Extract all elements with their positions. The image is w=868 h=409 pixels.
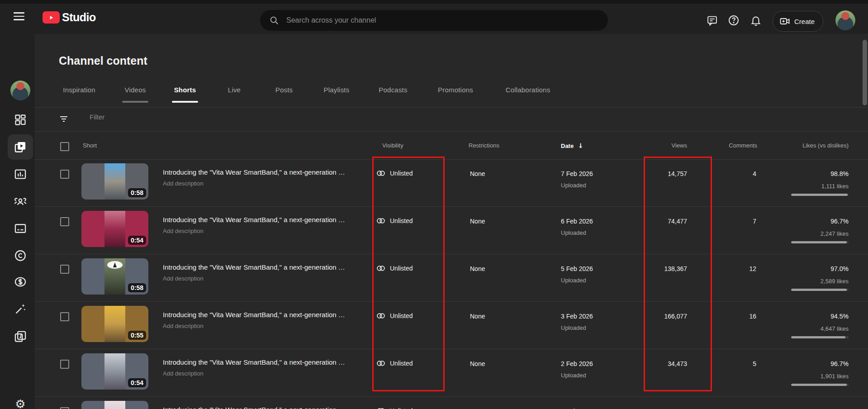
sidebar-item-copyright[interactable] <box>8 243 33 268</box>
date-value: 2 Feb 2026 <box>561 360 593 367</box>
duration-badge: 0:54 <box>128 236 146 245</box>
tab-playlists[interactable]: Playlists <box>324 86 350 94</box>
row-checkbox[interactable] <box>60 217 69 226</box>
video-title[interactable]: Introducing the "Vita Wear SmartBand," a… <box>163 216 380 224</box>
add-description-link[interactable]: Add description <box>163 323 204 329</box>
menu-icon[interactable] <box>10 10 28 24</box>
create-label: Create <box>794 18 815 25</box>
video-title[interactable]: Introducing the "Vita Wear SmartBand," a… <box>163 168 380 176</box>
sidebar-item-customization[interactable] <box>8 296 33 322</box>
date-value: 6 Feb 2026 <box>561 218 593 225</box>
tab-inspiration[interactable]: Inspiration <box>63 86 95 94</box>
restrictions-value: None <box>470 313 485 320</box>
create-video-icon <box>779 16 790 27</box>
divider <box>34 131 868 132</box>
sidebar-item-subtitles[interactable] <box>8 216 33 241</box>
visibility-cell[interactable]: Unlisted <box>376 406 413 409</box>
visibility-cell[interactable]: Unlisted <box>376 216 413 226</box>
notifications-icon[interactable] <box>747 11 765 29</box>
add-description-link[interactable]: Add description <box>163 180 204 187</box>
column-header-likes[interactable]: Likes (vs dislikes) <box>802 142 849 149</box>
unlisted-link-icon <box>376 311 386 321</box>
tab-shorts[interactable]: Shorts <box>174 86 196 94</box>
restrictions-value: None <box>470 265 485 272</box>
like-ratio-bar <box>791 241 849 243</box>
scrollbar-thumb[interactable] <box>863 40 867 105</box>
date-value: 7 Feb 2026 <box>561 170 593 177</box>
row-checkbox[interactable] <box>60 407 69 409</box>
like-ratio-fill <box>791 336 845 338</box>
shorts-table-row[interactable]: 0:54 Introducing the "Vita Wear SmartBan… <box>34 349 868 397</box>
likes-count: 1,901 likes <box>821 373 849 380</box>
unlisted-link-icon <box>376 168 386 178</box>
shorts-table-row[interactable]: 0:54 Introducing the "Vita Wear SmartBan… <box>34 207 868 254</box>
comments-value: 16 <box>749 313 756 320</box>
date-status: Uploaded <box>561 277 586 284</box>
video-thumbnail[interactable]: 0:58 <box>81 258 148 295</box>
video-title[interactable]: Introducing the "Vita Wear SmartBand," a… <box>163 358 380 366</box>
channel-avatar[interactable] <box>10 81 30 100</box>
column-header-views[interactable]: Views <box>672 142 687 149</box>
row-checkbox[interactable] <box>60 265 69 274</box>
video-thumbnail[interactable]: 0:54 <box>81 211 148 247</box>
sidebar: ⚙ <box>0 34 34 409</box>
help-icon[interactable] <box>725 11 743 29</box>
sidebar-item-dashboard[interactable] <box>8 107 33 133</box>
settings-icon[interactable]: ⚙ <box>8 391 33 409</box>
column-header-restrictions[interactable]: Restrictions <box>469 142 499 149</box>
tab-podcasts[interactable]: Podcasts <box>379 86 407 94</box>
video-title[interactable]: Introducing the "Vita Wear SmartBand," a… <box>163 406 380 409</box>
account-avatar[interactable] <box>835 10 855 30</box>
visibility-cell[interactable]: Unlisted <box>376 311 413 321</box>
visibility-cell[interactable]: Unlisted <box>376 358 413 368</box>
tab-posts[interactable]: Posts <box>275 86 293 94</box>
row-checkbox[interactable] <box>60 360 69 369</box>
sidebar-item-community[interactable] <box>8 189 33 214</box>
youtube-studio-logo[interactable]: Studio <box>43 11 96 24</box>
feedback-icon[interactable] <box>703 11 721 29</box>
restrictions-value: None <box>470 218 485 225</box>
video-thumbnail[interactable] <box>81 401 148 409</box>
add-description-link[interactable]: Add description <box>163 370 204 377</box>
unlisted-link-icon <box>376 263 386 273</box>
sidebar-item-earn[interactable] <box>8 269 33 295</box>
shorts-table-row[interactable]: 0:55 Introducing the "Vita Wear SmartBan… <box>34 302 868 349</box>
visibility-cell[interactable]: Unlisted <box>376 168 413 178</box>
add-description-link[interactable]: Add description <box>163 275 204 282</box>
search-input[interactable] <box>285 16 608 25</box>
visibility-cell[interactable]: Unlisted <box>376 263 413 273</box>
row-checkbox[interactable] <box>60 312 69 321</box>
youtube-studio-app: Studio Create <box>0 0 868 409</box>
video-thumbnail[interactable]: 0:58 <box>81 163 148 200</box>
select-all-checkbox[interactable] <box>60 142 69 151</box>
column-header-visibility[interactable]: Visibility <box>382 142 403 149</box>
duration-badge: 0:55 <box>128 331 146 340</box>
tab-videos[interactable]: Videos <box>125 86 146 94</box>
like-percentage: 94.5% <box>830 313 849 320</box>
shorts-table-row[interactable]: 0:58 Introducing the "Vita Wear SmartBan… <box>34 254 868 302</box>
shorts-table-row[interactable]: Introducing the "Vita Wear SmartBand," a… <box>34 397 868 409</box>
tab-live[interactable]: Live <box>228 86 241 94</box>
video-thumbnail[interactable]: 0:55 <box>81 306 148 342</box>
add-description-link[interactable]: Add description <box>163 228 204 234</box>
column-header-comments[interactable]: Comments <box>729 142 757 149</box>
tab-collaborations[interactable]: Collaborations <box>506 86 550 94</box>
video-title[interactable]: Introducing the "Vita Wear SmartBand," a… <box>163 263 380 271</box>
date-header-label: Date <box>561 143 574 149</box>
row-checkbox[interactable] <box>60 170 69 179</box>
filter-input[interactable] <box>89 113 317 121</box>
video-title[interactable]: Introducing the "Vita Wear SmartBand," a… <box>163 311 380 319</box>
column-header-short[interactable]: Short <box>83 142 97 149</box>
tab-promotions[interactable]: Promotions <box>438 86 473 94</box>
like-ratio-fill <box>791 241 847 243</box>
create-button[interactable]: Create <box>773 11 823 32</box>
tab-underline-shorts <box>172 101 198 103</box>
sidebar-item-content[interactable] <box>8 134 33 160</box>
column-header-date[interactable]: Date ↓ <box>561 142 583 149</box>
video-thumbnail[interactable]: 0:54 <box>81 353 148 390</box>
search-bar[interactable] <box>260 10 608 31</box>
views-value: 74,477 <box>668 218 687 225</box>
sidebar-item-audio-library[interactable] <box>8 324 33 349</box>
shorts-table-row[interactable]: 0:58 Introducing the "Vita Wear SmartBan… <box>34 159 868 207</box>
sidebar-item-analytics[interactable] <box>8 162 33 187</box>
